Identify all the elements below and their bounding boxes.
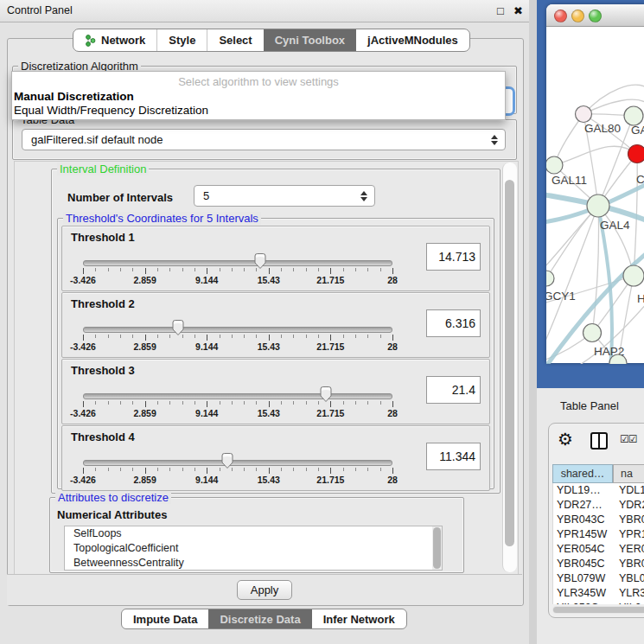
slider-track[interactable] bbox=[83, 393, 392, 399]
close-traffic-light[interactable] bbox=[554, 10, 567, 22]
tab-label: Select bbox=[219, 34, 252, 47]
cell-shared-name: YBR045C bbox=[553, 557, 614, 571]
columns-icon[interactable] bbox=[590, 432, 608, 450]
settings-vertical-scrollbar[interactable] bbox=[502, 163, 517, 572]
threshold-panel-2: Threshold 2-3.4262.8599.14415.4321.71528… bbox=[61, 292, 490, 358]
settings-scroll-area: Interval Definition Number of Intervals … bbox=[14, 161, 519, 576]
control-panel: Control Panel □ ✖ NetworkStyleSelectCyni… bbox=[0, 0, 529, 644]
slider-thumb[interactable] bbox=[319, 386, 333, 403]
gear-icon[interactable]: ⚙ bbox=[558, 429, 573, 450]
attributes-list-scrollbar[interactable] bbox=[432, 526, 442, 570]
slider-track[interactable] bbox=[83, 327, 392, 333]
threshold-value-field[interactable]: 14.713 bbox=[426, 243, 481, 271]
table-data-group: Table Data galFiltered.sif default node bbox=[12, 119, 517, 160]
tab-discretize-data[interactable]: Discretize Data bbox=[208, 609, 311, 628]
network-edge[interactable] bbox=[592, 206, 599, 333]
algorithm-option-2[interactable]: Equal Width/Frequency Discretization bbox=[14, 104, 208, 117]
attribute-item[interactable]: TopologicalCoefficient bbox=[65, 541, 442, 556]
cell-shared-name: YDR27… bbox=[553, 498, 614, 513]
slider-scale-labels: -3.4262.8599.14415.4321.71528 bbox=[83, 341, 392, 352]
network-node-GAL4[interactable] bbox=[587, 194, 609, 217]
slider-ticks bbox=[83, 268, 392, 275]
table-row[interactable]: YIL052CYIL0 bbox=[553, 601, 644, 604]
tab-label: Network bbox=[101, 34, 145, 47]
cell-shared-name: YER054C bbox=[553, 542, 614, 557]
tab-cyni-toolbox[interactable]: Cyni Toolbox bbox=[264, 29, 356, 51]
float-window-icon[interactable]: □ bbox=[497, 0, 504, 22]
table-data-combobox[interactable]: galFiltered.sif default node bbox=[22, 129, 506, 150]
network-node-label: GAL11 bbox=[552, 174, 587, 187]
network-edge[interactable] bbox=[554, 146, 637, 165]
cell-name: YBL0 bbox=[614, 571, 644, 586]
network-node-label: C bbox=[636, 173, 644, 186]
tab-impute-data[interactable]: Impute Data bbox=[122, 609, 208, 628]
thresholds-group: Threshold's Coordinates for 5 Intervals … bbox=[57, 218, 494, 489]
tab-network[interactable]: Network bbox=[73, 29, 156, 51]
tab-label: jActiveMNodules bbox=[367, 34, 458, 47]
checkbox-icons[interactable]: ☑☑ bbox=[620, 433, 637, 445]
network-window-titlebar bbox=[546, 4, 644, 27]
attributes-group-title: Attributes to discretize bbox=[55, 491, 171, 504]
tab-select[interactable]: Select bbox=[207, 29, 263, 51]
network-node-selected-red-node[interactable] bbox=[628, 145, 644, 163]
panel-divider[interactable] bbox=[529, 0, 537, 644]
table-row[interactable]: YDL19…YDL1 bbox=[553, 483, 644, 498]
network-canvas[interactable]: GAL80GACGAL11GAL4GCY1HHAP2 bbox=[546, 27, 644, 364]
network-icon bbox=[85, 35, 96, 47]
algorithm-option-1[interactable]: Manual Discretization bbox=[14, 90, 134, 103]
table-panel-title: Table Panel bbox=[560, 399, 619, 412]
thresholds-group-title: Threshold's Coordinates for 5 Intervals bbox=[63, 212, 261, 225]
table-row[interactable]: YBL079WYBL0 bbox=[553, 571, 644, 586]
tab-label: Impute Data bbox=[133, 613, 197, 626]
threshold-value-field[interactable]: 6.316 bbox=[426, 309, 481, 337]
top-tab-bar: NetworkStyleSelectCyni ToolboxjActiveMNo… bbox=[73, 29, 470, 52]
column-header-name[interactable]: na bbox=[613, 464, 644, 483]
table-row[interactable]: YER054CYER0 bbox=[553, 542, 644, 557]
column-header-shared-name[interactable]: shared… bbox=[552, 464, 613, 483]
attribute-item[interactable]: SelfLoops bbox=[65, 526, 442, 541]
numerical-attributes-list[interactable]: SelfLoopsTopologicalCoefficientBetweenne… bbox=[64, 526, 443, 571]
network-window: GAL80GACGAL11GAL4GCY1HHAP2 bbox=[546, 4, 644, 363]
cell-shared-name: YPR145W bbox=[553, 527, 614, 542]
network-view-frame: GAL80GACGAL11GAL4GCY1HHAP2 bbox=[537, 0, 644, 388]
algorithm-hint-option[interactable]: Select algorithm to view settings bbox=[12, 75, 505, 88]
cell-shared-name: YLR345W bbox=[553, 586, 614, 601]
tab-style[interactable]: Style bbox=[156, 29, 207, 51]
threshold-value-field[interactable]: 11.344 bbox=[426, 443, 481, 470]
slider-track[interactable] bbox=[83, 260, 392, 266]
number-of-intervals-combobox[interactable]: 5 bbox=[194, 185, 375, 207]
algorithm-dropdown-popup: Select algorithm to view settings Manual… bbox=[11, 71, 506, 120]
zoom-traffic-light[interactable] bbox=[589, 10, 602, 22]
attribute-item[interactable]: BetweennessCentrality bbox=[65, 556, 442, 571]
network-node-GAL80[interactable] bbox=[576, 106, 592, 123]
network-node-GAL11[interactable] bbox=[546, 156, 563, 174]
slider-thumb[interactable] bbox=[171, 319, 185, 336]
threshold-value-field[interactable]: 21.4 bbox=[426, 376, 481, 404]
network-node-HAP2[interactable] bbox=[583, 324, 602, 342]
tab-jactivemnodules[interactable]: jActiveMNodules bbox=[356, 29, 469, 51]
network-node-H-node[interactable] bbox=[623, 265, 644, 286]
apply-button[interactable]: Apply bbox=[237, 580, 292, 600]
tab-infer-network[interactable]: Infer Network bbox=[312, 609, 406, 628]
table-panel: Table Panel ⚙ ☑☑ shared… na YDL19…YDL1YD… bbox=[537, 388, 644, 644]
table-horizontal-scrollbar[interactable] bbox=[552, 606, 644, 614]
table-row[interactable]: YLR345WYLR3 bbox=[553, 586, 644, 601]
cell-name: YPR1 bbox=[614, 527, 644, 542]
slider-track[interactable] bbox=[83, 460, 392, 466]
close-icon[interactable]: ✖ bbox=[513, 0, 523, 22]
slider-scale-labels: -3.4262.8599.14415.4321.71528 bbox=[83, 275, 392, 285]
slider-thumb[interactable] bbox=[220, 452, 234, 469]
slider-ticks bbox=[83, 468, 392, 475]
minimize-traffic-light[interactable] bbox=[571, 10, 584, 22]
apply-strip: Apply bbox=[7, 574, 522, 605]
network-node-GAL-top-right[interactable] bbox=[624, 106, 643, 125]
network-node-GCY1[interactable] bbox=[546, 271, 554, 286]
table-row[interactable]: YBR045CYBR0 bbox=[553, 557, 644, 571]
table-row[interactable]: YBR043CYBR0 bbox=[553, 513, 644, 527]
cell-name: YER0 bbox=[614, 542, 644, 557]
slider-thumb[interactable] bbox=[253, 252, 267, 270]
table-row[interactable]: YPR145WYPR1 bbox=[553, 527, 644, 542]
node-table[interactable]: shared… na YDL19…YDL1YDR27…YDR2YBR043CYB… bbox=[552, 464, 644, 604]
panel-title: Control Panel bbox=[7, 0, 73, 22]
table-row[interactable]: YDR27…YDR2 bbox=[553, 498, 644, 513]
